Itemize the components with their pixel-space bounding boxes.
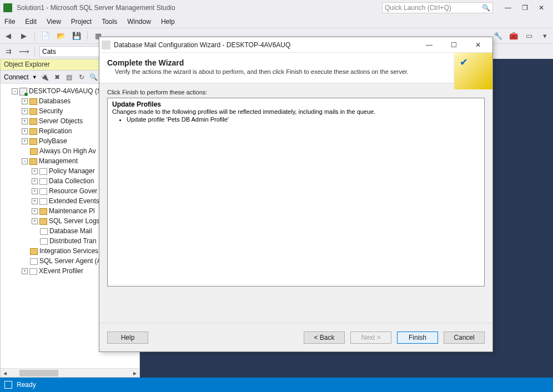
- menu-project[interactable]: Project: [70, 17, 93, 27]
- wrench-icon[interactable]: 🔧: [492, 30, 504, 42]
- new-query-button[interactable]: 📄: [39, 30, 52, 42]
- dialog-body: Click Finish to perform these actions: U…: [99, 83, 492, 323]
- menu-tools[interactable]: Tools: [100, 17, 118, 27]
- dialog-subheading: Verify the actions the wizard is about t…: [115, 68, 485, 75]
- toolbar-button[interactable]: ▭: [523, 30, 535, 42]
- separator: [87, 31, 88, 41]
- back-button[interactable]: < Back: [304, 331, 345, 344]
- toolbox-icon[interactable]: 🧰: [507, 30, 520, 42]
- right-toolbar: 🔧 🧰 ▭ ▾: [492, 30, 551, 42]
- dialog-titlebar: Database Mail Configuration Wizard - DES…: [99, 37, 492, 53]
- dialog-minimize-button[interactable]: [417, 38, 441, 52]
- nav-forward-button[interactable]: ▶: [18, 30, 30, 42]
- action-bullet: Update profile 'Pets DB Admin Profile': [127, 116, 480, 123]
- close-button[interactable]: [533, 2, 550, 13]
- menu-bar: File Edit View Project Tools Window Help: [0, 16, 553, 28]
- section-desc: Changes made to the following profiles w…: [112, 108, 375, 115]
- menu-file[interactable]: File: [3, 17, 16, 27]
- refresh-icon[interactable]: ↻: [77, 73, 86, 82]
- dbmail-wizard-dialog: Database Mail Configuration Wizard - DES…: [99, 37, 493, 352]
- separator: [34, 31, 35, 41]
- search-icon[interactable]: 🔍: [89, 73, 98, 82]
- menu-help[interactable]: Help: [160, 17, 176, 27]
- scroll-right-icon[interactable]: ▸: [130, 369, 139, 377]
- cancel-button[interactable]: Cancel: [444, 331, 485, 344]
- search-icon: 🔍: [482, 4, 490, 12]
- nav-back-button[interactable]: ◀: [2, 30, 14, 42]
- dialog-footer: Help < Back Next > Finish Cancel: [99, 323, 492, 351]
- next-button: Next >: [350, 331, 391, 344]
- dialog-maximize-button[interactable]: [441, 38, 466, 52]
- toolbar-button[interactable]: ⟿: [18, 46, 30, 58]
- scroll-left-icon[interactable]: ◂: [1, 369, 9, 377]
- save-button[interactable]: 💾: [71, 30, 83, 42]
- quick-launch-input[interactable]: Quick Launch (Ctrl+Q) 🔍: [382, 2, 493, 13]
- status-icon: [4, 381, 12, 389]
- help-button[interactable]: Help: [107, 331, 148, 344]
- dialog-window-buttons: [417, 38, 490, 52]
- menu-edit[interactable]: Edit: [24, 17, 38, 27]
- status-bar: Ready: [0, 378, 553, 392]
- minimize-button[interactable]: [500, 2, 516, 13]
- check-icon: ✔: [460, 56, 468, 68]
- dialog-close-button[interactable]: [466, 38, 490, 52]
- dialog-header: ✔ Complete the Wizard Verify the actions…: [99, 53, 492, 83]
- main-titlebar: Solution1 - Microsoft SQL Server Managem…: [0, 0, 553, 16]
- horizontal-scrollbar[interactable]: ◂ ▸: [1, 368, 139, 377]
- menu-view[interactable]: View: [46, 17, 62, 27]
- app-title: Solution1 - Microsoft SQL Server Managem…: [17, 4, 382, 12]
- quick-launch-placeholder: Quick Launch (Ctrl+Q): [385, 4, 451, 12]
- dialog-heading: Complete the Wizard: [107, 58, 485, 67]
- connect-icon[interactable]: 🔌: [41, 73, 49, 82]
- maximize-button[interactable]: [516, 2, 533, 13]
- actions-summary-box: Update Profiles Changes made to the foll…: [107, 98, 485, 287]
- open-button[interactable]: 📂: [55, 30, 67, 42]
- dialog-app-icon: [102, 41, 110, 49]
- status-text: Ready: [17, 381, 36, 389]
- disconnect-icon[interactable]: ✖: [53, 73, 62, 82]
- ssms-app-icon: [3, 3, 12, 12]
- section-title: Update Profiles: [112, 100, 161, 108]
- scroll-thumb[interactable]: [19, 370, 58, 376]
- actions-label: Click Finish to perform these actions:: [107, 89, 485, 96]
- separator: [34, 47, 35, 57]
- toolbar-button[interactable]: ⇉: [2, 46, 14, 58]
- dropdown-icon[interactable]: ▾: [539, 30, 551, 42]
- window-buttons: [500, 2, 550, 13]
- dialog-title: Database Mail Configuration Wizard - DES…: [114, 41, 417, 49]
- filter-icon[interactable]: ▤: [65, 73, 74, 82]
- connect-button[interactable]: Connect: [4, 73, 29, 81]
- finish-button[interactable]: Finish: [397, 331, 438, 344]
- menu-window[interactable]: Window: [126, 17, 152, 27]
